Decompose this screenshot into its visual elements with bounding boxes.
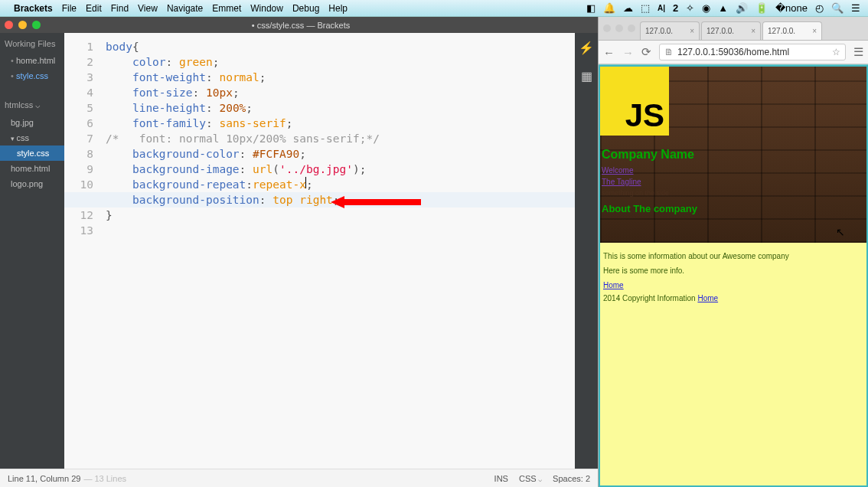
bookmark-icon[interactable]: ☆: [832, 47, 840, 57]
brackets-app: • css/style.css — Brackets Working Files…: [0, 17, 599, 487]
menu-find[interactable]: Find: [111, 3, 129, 14]
tab-label: 127.0.0.: [645, 27, 673, 35]
extensions-icon[interactable]: ▦: [581, 69, 592, 83]
hero-background: JS Company Name Welcome The Tagline some…: [600, 67, 866, 243]
code-editor[interactable]: 12345678910111213 body{ color: green; fo…: [64, 33, 575, 469]
sidebar-item-css-style[interactable]: style.css: [0, 145, 64, 161]
chrome-zoom-icon[interactable]: [628, 25, 635, 32]
minimize-icon[interactable]: [18, 21, 27, 29]
svg-marker-0: [331, 196, 421, 208]
side-note: something on the side: [600, 188, 866, 198]
tab-0[interactable]: 127.0.0.×: [640, 21, 700, 40]
sidebar-item-cssfolder[interactable]: css: [0, 130, 64, 145]
line-gutter: 12345678910111213: [64, 33, 101, 469]
window-title: • css/style.css — Brackets: [50, 21, 598, 30]
sidebar-item-stylecss[interactable]: style.css: [0, 68, 64, 83]
tab-2[interactable]: 127.0.0.×: [762, 21, 822, 40]
num-icon[interactable]: 2: [673, 2, 678, 14]
reload-icon[interactable]: ⟳: [641, 45, 651, 59]
tab-label: 127.0.0.: [768, 27, 795, 35]
spotlight-icon[interactable]: 🔍: [831, 2, 844, 14]
sidebar-item-homehtml[interactable]: home.html: [0, 161, 64, 176]
status-bar: Line 11, Column 29 — 13 Lines INS CSS Sp…: [0, 469, 598, 487]
sync-icon[interactable]: ◉: [702, 2, 710, 14]
sidebar-item-logo[interactable]: logo.png: [0, 176, 64, 191]
menu-edit[interactable]: Edit: [86, 3, 102, 14]
notification-icon[interactable]: ◧: [586, 2, 596, 14]
address-bar[interactable]: 🗎 127.0.0.1:59036/home.html ☆: [659, 44, 846, 60]
close-icon[interactable]: [5, 21, 13, 29]
chrome-close-icon[interactable]: [603, 25, 611, 32]
footer-home-link[interactable]: Home: [697, 294, 718, 302]
status-spaces[interactable]: Spaces: 2: [553, 474, 590, 483]
menu-view[interactable]: View: [138, 3, 158, 14]
home-link[interactable]: Home: [603, 281, 624, 289]
welcome-link[interactable]: Welcome: [600, 165, 866, 176]
brackets-titlebar: • css/style.css — Brackets: [0, 17, 598, 33]
tab-1[interactable]: 127.0.0.×: [701, 21, 761, 40]
status-total-lines: — 13 Lines: [83, 474, 126, 483]
menu-window[interactable]: Window: [250, 3, 283, 14]
tab-close-icon[interactable]: ×: [690, 27, 694, 35]
chrome-browser: 127.0.0.× 127.0.0.× 127.0.0.× ← → ⟳ 🗎 12…: [599, 17, 868, 487]
company-name: Company Name: [600, 145, 866, 165]
zoom-icon[interactable]: [32, 21, 41, 29]
page-icon: 🗎: [664, 47, 674, 57]
hamburger-icon[interactable]: ☰: [853, 45, 863, 59]
paragraph-2: Here is some more info.: [603, 266, 863, 275]
sidebar-item-bg[interactable]: bg.jpg: [0, 115, 64, 130]
volume-icon[interactable]: 🔊: [736, 2, 748, 14]
tab-close-icon[interactable]: ×: [812, 27, 817, 35]
mac-menubar: Brackets File Edit Find View Navigate Em…: [0, 0, 868, 17]
working-files-heading: Working Files: [0, 33, 64, 53]
menubar-app[interactable]: Brackets: [14, 3, 53, 14]
project-heading[interactable]: htmlcss ⌵: [0, 94, 64, 115]
forward-icon[interactable]: →: [622, 46, 634, 59]
clock-icon[interactable]: ◴: [815, 2, 824, 14]
back-icon[interactable]: ←: [603, 46, 615, 59]
status-position: Line 11, Column 29: [8, 474, 80, 483]
content-section: This is some information about our Aweso…: [600, 243, 866, 306]
bell-icon[interactable]: 🔔: [603, 2, 615, 14]
tab-close-icon[interactable]: ×: [751, 27, 755, 35]
tool-icon[interactable]: ⬚: [641, 2, 650, 14]
chrome-toolbar: ← → ⟳ 🗎 127.0.0.1:59036/home.html ☆ ☰: [599, 40, 868, 64]
menu-icon[interactable]: ☰: [851, 2, 860, 14]
menu-debug[interactable]: Debug: [292, 3, 319, 14]
menu-help[interactable]: Help: [328, 3, 348, 14]
chrome-tabstrip: 127.0.0.× 127.0.0.× 127.0.0.×: [599, 17, 868, 40]
menu-navigate[interactable]: Navigate: [167, 3, 203, 14]
paragraph-1: This is some information about our Aweso…: [603, 252, 863, 260]
live-preview-icon[interactable]: ⚡: [579, 41, 594, 55]
cloud-icon[interactable]: ☁: [623, 2, 633, 14]
dropbox-icon[interactable]: ✧: [686, 2, 694, 14]
rendered-page: JS Company Name Welcome The Tagline some…: [599, 64, 868, 487]
about-heading: About The company: [600, 198, 866, 217]
wifi-icon[interactable]: �none: [775, 2, 808, 14]
adobe-icon[interactable]: A|: [658, 4, 665, 12]
copyright-text: 2014 Copyright Information: [603, 294, 697, 302]
brackets-sidebar: Working Files home.html style.css htmlcs…: [0, 33, 64, 469]
js-logo: JS: [600, 67, 669, 136]
tagline-link[interactable]: The Tagline: [600, 176, 866, 188]
menu-file[interactable]: File: [62, 3, 77, 14]
brackets-toolstrip: ⚡ ▦: [575, 33, 598, 469]
status-ins[interactable]: INS: [494, 474, 508, 483]
status-lang[interactable]: CSS: [519, 474, 542, 483]
drive-icon[interactable]: ▲: [718, 2, 728, 14]
menu-emmet[interactable]: Emmet: [212, 3, 241, 14]
chrome-min-icon[interactable]: [615, 25, 623, 32]
battery-icon[interactable]: 🔋: [755, 2, 768, 14]
annotation-arrow-icon: [331, 194, 423, 210]
url-text: 127.0.0.1:59036/home.html: [677, 47, 789, 57]
tab-label: 127.0.0.: [706, 27, 734, 35]
mouse-cursor-icon: ↖: [836, 226, 845, 238]
sidebar-item-home[interactable]: home.html: [0, 53, 64, 68]
